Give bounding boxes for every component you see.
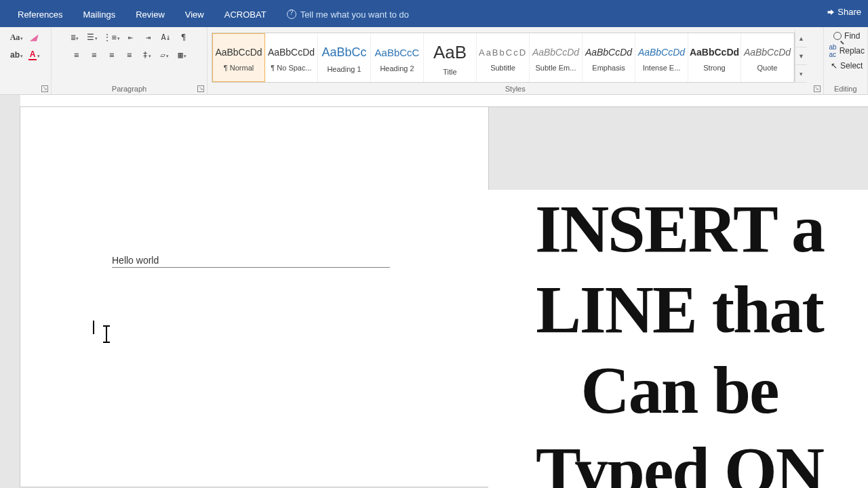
change-case-button[interactable]: Aa [9,30,24,45]
find-label: Find [844,31,860,41]
lightbulb-icon [287,9,296,19]
shading-button[interactable]: ▱ [157,47,172,62]
style-item-quote[interactable]: AaBbCcDdQuote [741,33,794,82]
sort-button[interactable]: A↓ [159,30,174,45]
title-overlay: INSERT a LINE that Can be Typed ON [488,190,868,488]
highlight-button[interactable]: ab [9,47,24,62]
numbering-button[interactable]: ☰ [85,30,100,45]
style-preview: AaBbCcDd [743,45,792,60]
style-item--normal[interactable]: AaBbCcDd¶ Normal [212,33,265,82]
tab-acrobat[interactable]: ACROBAT [220,3,271,25]
eraser-icon: ◢ [30,33,39,42]
styles-expand[interactable]: ▾ [795,65,807,83]
select-button[interactable]: ↖ Select [831,61,863,70]
style-name-label: Subtle Em... [536,64,576,72]
font-color-icon: A [28,49,37,60]
group-font: Aa ◢ ab A ↘ [0,27,52,94]
font-color-button[interactable]: A [27,47,42,62]
change-case-icon: Aa [10,33,20,43]
style-item-title[interactable]: AaBTitle [424,33,477,82]
find-button[interactable]: Find [833,31,860,41]
tab-references[interactable]: References [14,3,66,25]
style-item-subtle-em-[interactable]: AaBbCcDdSubtle Em... [530,33,583,82]
group-editing: Find abac Replac ↖ Select Editing [824,27,868,94]
tab-mailings[interactable]: Mailings [79,3,119,25]
style-preview: AaBbCcC [374,45,421,60]
style-name-label: Subtitle [490,64,515,72]
tell-me-label: Tell me what you want to do [300,9,409,20]
style-name-label: Quote [757,64,778,72]
tab-review[interactable]: Review [132,3,169,25]
style-item-strong[interactable]: AaBbCcDdStrong [688,33,741,82]
style-name-label: Heading 2 [380,64,414,73]
cursor-icon: ↖ [831,61,837,70]
style-item-heading-1[interactable]: AaBbCcHeading 1 [318,33,371,82]
typed-line-input[interactable] [112,255,390,268]
style-item--no-spac-[interactable]: AaBbCcDd¶ No Spac... [265,33,318,82]
ribbon: Aa ◢ ab A ↘ ≣ ☰ ⋮≡ ⇤ ⇥ A↓ ¶ ≡ [0,27,868,95]
align-right-button[interactable]: ≡ [104,47,119,62]
overlay-line-1: INSERT a [498,190,861,268]
overlay-line-2: LINE that [498,270,861,348]
styles-dialog-launcher[interactable]: ↘ [814,85,821,92]
style-preview: AaBbCcDd [637,45,686,60]
style-name-label: Heading 1 [327,65,361,73]
styles-group-label: Styles [208,85,823,93]
select-label: Select [840,61,863,70]
style-name-label: ¶ Normal [224,64,254,72]
style-name-label: Title [443,68,456,76]
overlay-line-4: Typed ON [498,432,861,488]
ribbon-tabs: References Mailings Review View ACROBAT … [14,0,413,27]
style-item-subtitle[interactable]: AaBbCcDSubtitle [477,33,530,82]
editing-group-label: Editing [824,85,867,93]
tell-me-search[interactable]: Tell me what you want to do [283,3,413,25]
search-icon [833,32,842,40]
style-preview: AaBbCcDd [214,45,263,60]
font-dialog-launcher[interactable]: ↘ [41,85,48,92]
style-preview: AaBbCcD [477,45,528,60]
borders-button[interactable]: ▦ [175,47,190,62]
document-area: INSERT a LINE that Can be Typed ON [0,95,868,488]
style-name-label: ¶ No Spac... [271,64,311,72]
style-preview: AaBbCcDd [688,45,741,60]
replace-label: Replac [840,46,865,56]
style-name-label: Emphasis [592,64,625,72]
show-marks-button[interactable]: ¶ [176,30,191,45]
styles-scroll-down[interactable]: ▼ [795,47,807,65]
decrease-indent-button[interactable]: ⇤ [123,30,138,45]
style-preview: AaBbCcDd [267,45,316,60]
increase-indent-button[interactable]: ⇥ [141,30,156,45]
style-preview: AaBbCcDd [531,45,580,60]
replace-icon: abac [829,43,837,58]
style-preview: AaBbCc [320,43,368,61]
align-center-button[interactable]: ≡ [87,47,102,62]
text-cursor [93,321,94,334]
paragraph-group-label: Paragraph [52,85,207,93]
style-name-label: Strong [703,64,725,72]
style-preview: AaB [432,41,468,64]
horizontal-ruler[interactable] [20,95,868,107]
replace-button[interactable]: abac Replac [829,43,865,58]
clear-formatting-button[interactable]: ◢ [27,30,42,45]
style-item-heading-2[interactable]: AaBbCcCHeading 2 [371,33,424,82]
styles-gallery[interactable]: AaBbCcDd¶ NormalAaBbCcDd¶ No Spac...AaBb… [212,33,795,83]
style-item-intense-e-[interactable]: AaBbCcDdIntense E... [635,33,688,82]
line-spacing-button[interactable]: ‡ [140,47,155,62]
mouse-ibeam-icon [106,327,107,342]
align-left-button[interactable]: ≡ [69,47,84,62]
style-name-label: Intense E... [643,64,681,72]
bullets-button[interactable]: ≣ [67,30,82,45]
document-page[interactable] [20,107,488,487]
style-item-emphasis[interactable]: AaBbCcDdEmphasis [583,33,635,82]
group-styles: AaBbCcDd¶ NormalAaBbCcDd¶ No Spac...AaBb… [208,27,824,94]
share-icon [825,7,835,17]
multilevel-list-button[interactable]: ⋮≡ [102,30,120,45]
style-preview: AaBbCcDd [584,45,633,60]
justify-button[interactable]: ≡ [122,47,137,62]
tab-view[interactable]: View [181,3,208,25]
share-button[interactable]: Share [825,7,861,17]
styles-scroller[interactable]: ▲ ▼ ▾ [795,30,807,83]
styles-scroll-up[interactable]: ▲ [795,30,807,47]
titlebar: References Mailings Review View ACROBAT … [0,0,868,27]
paragraph-dialog-launcher[interactable]: ↘ [197,85,204,92]
